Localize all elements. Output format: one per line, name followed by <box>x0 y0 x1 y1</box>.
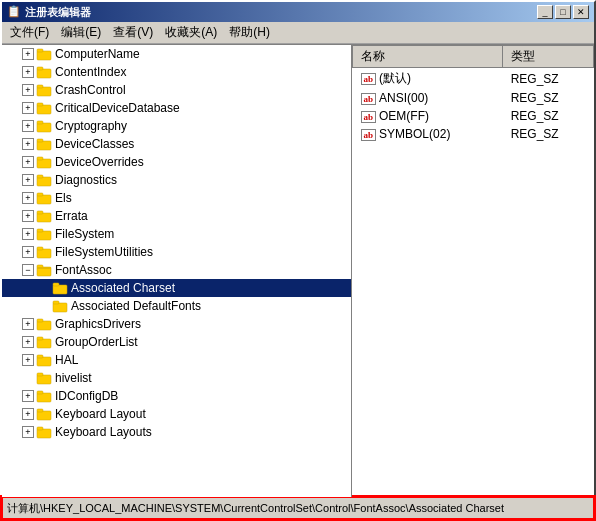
tree-item-label: ComputerName <box>55 47 140 61</box>
folder-closed-icon <box>36 101 52 115</box>
maximize-button[interactable]: □ <box>555 5 571 19</box>
svg-rect-11 <box>37 139 43 142</box>
svg-rect-0 <box>37 51 51 60</box>
col-name: 名称 <box>353 46 503 68</box>
svg-rect-12 <box>37 159 51 168</box>
folder-closed-icon <box>52 299 68 313</box>
svg-rect-31 <box>37 321 51 330</box>
svg-rect-9 <box>37 121 43 124</box>
svg-rect-14 <box>37 177 51 186</box>
registry-editor-window: 📋 注册表编辑器 _ □ ✕ 文件(F)编辑(E)查看(V)收藏夹(A)帮助(H… <box>0 0 596 521</box>
tree-item-fileSystemUtilities[interactable]: + FileSystemUtilities <box>2 243 351 261</box>
tree-item-fontAssoc[interactable]: − FontAssoc <box>2 261 351 279</box>
svg-rect-22 <box>37 249 51 258</box>
registry-table: 名称 类型 ab(默认)REG_SZabANSI(00)REG_SZabOEM(… <box>352 45 594 143</box>
close-button[interactable]: ✕ <box>573 5 589 19</box>
minimize-button[interactable]: _ <box>537 5 553 19</box>
tree-item-crashControl[interactable]: + CrashControl <box>2 81 351 99</box>
reg-entry-type: REG_SZ <box>503 89 594 107</box>
tree-item-computerName[interactable]: + ComputerName <box>2 45 351 63</box>
svg-rect-26 <box>37 267 51 269</box>
tree-item-label: IDConfigDB <box>55 389 118 403</box>
expand-button-computerName[interactable]: + <box>22 48 34 60</box>
expand-button-fileSystemUtilities[interactable]: + <box>22 246 34 258</box>
expand-button-fileSystem[interactable]: + <box>22 228 34 240</box>
svg-rect-2 <box>37 69 51 78</box>
tree-item-label: hivelist <box>55 371 92 385</box>
svg-rect-4 <box>37 87 51 96</box>
tree-item-label: DeviceClasses <box>55 137 134 151</box>
tree-item-contentIndex[interactable]: + ContentIndex <box>2 63 351 81</box>
expand-button-idConfigDB[interactable]: + <box>22 390 34 402</box>
tree-item-cryptography[interactable]: + Cryptography <box>2 117 351 135</box>
title-bar-buttons: _ □ ✕ <box>537 5 589 19</box>
tree-item-label: Keyboard Layout <box>55 407 146 421</box>
expand-button-keyboardLayouts[interactable]: + <box>22 426 34 438</box>
tree-item-associatedCharset[interactable]: Associated Charset <box>2 279 351 297</box>
folder-closed-icon <box>36 155 52 169</box>
table-row[interactable]: abOEM(FF)REG_SZ <box>353 107 594 125</box>
menu-item-f[interactable]: 文件(F) <box>4 22 55 43</box>
folder-closed-icon <box>36 191 52 205</box>
tree-item-graphicsDrivers[interactable]: + GraphicsDrivers <box>2 315 351 333</box>
tree-item-associatedDefaultFonts[interactable]: Associated DefaultFonts <box>2 297 351 315</box>
svg-rect-33 <box>37 339 51 348</box>
svg-rect-3 <box>37 67 43 70</box>
svg-rect-13 <box>37 157 43 160</box>
table-row[interactable]: abANSI(00)REG_SZ <box>353 89 594 107</box>
expand-button-keyboardLayout[interactable]: + <box>22 408 34 420</box>
folder-closed-icon <box>36 173 52 187</box>
menu-item-h[interactable]: 帮助(H) <box>223 22 276 43</box>
tree-item-label: GroupOrderList <box>55 335 138 349</box>
expand-button-contentIndex[interactable]: + <box>22 66 34 78</box>
tree-item-deviceClasses[interactable]: + DeviceClasses <box>2 135 351 153</box>
tree-item-hal[interactable]: + HAL <box>2 351 351 369</box>
tree-item-label: GraphicsDrivers <box>55 317 141 331</box>
svg-rect-30 <box>53 301 59 304</box>
reg-ab-icon: ab <box>361 93 377 105</box>
tree-item-idConfigDB[interactable]: + IDConfigDB <box>2 387 351 405</box>
expand-button-deviceOverrides[interactable]: + <box>22 156 34 168</box>
expand-button-diagnostics[interactable]: + <box>22 174 34 186</box>
table-row[interactable]: ab(默认)REG_SZ <box>353 68 594 90</box>
expand-button-els[interactable]: + <box>22 192 34 204</box>
menu-item-e[interactable]: 编辑(E) <box>55 22 107 43</box>
menu-item-a[interactable]: 收藏夹(A) <box>159 22 223 43</box>
tree-item-errata[interactable]: + Errata <box>2 207 351 225</box>
expand-button-crashControl[interactable]: + <box>22 84 34 96</box>
tree-item-label: Diagnostics <box>55 173 117 187</box>
svg-rect-18 <box>37 213 51 222</box>
tree-item-deviceOverrides[interactable]: + DeviceOverrides <box>2 153 351 171</box>
tree-item-fileSystem[interactable]: + FileSystem <box>2 225 351 243</box>
tree-item-label: FileSystem <box>55 227 114 241</box>
tree-item-keyboardLayouts[interactable]: + Keyboard Layouts <box>2 423 351 441</box>
expand-button-graphicsDrivers[interactable]: + <box>22 318 34 330</box>
svg-rect-16 <box>37 195 51 204</box>
expand-button-fontAssoc[interactable]: − <box>22 264 34 276</box>
expand-button-errata[interactable]: + <box>22 210 34 222</box>
reg-ab-icon: ab <box>361 129 377 141</box>
menu-bar: 文件(F)编辑(E)查看(V)收藏夹(A)帮助(H) <box>2 22 594 44</box>
menu-item-v[interactable]: 查看(V) <box>107 22 159 43</box>
expand-button-criticalDeviceDatabase[interactable]: + <box>22 102 34 114</box>
reg-entry-name: abOEM(FF) <box>353 107 503 125</box>
folder-closed-icon <box>36 227 52 241</box>
tree-panel[interactable]: + ComputerName+ ContentIndex+ CrashContr… <box>2 45 352 497</box>
table-row[interactable]: abSYMBOL(02)REG_SZ <box>353 125 594 143</box>
expand-button-hal[interactable]: + <box>22 354 34 366</box>
tree-item-label: FontAssoc <box>55 263 112 277</box>
col-type: 类型 <box>503 46 594 68</box>
expand-button-deviceClasses[interactable]: + <box>22 138 34 150</box>
svg-rect-7 <box>37 103 43 106</box>
folder-closed-icon <box>36 83 52 97</box>
svg-rect-21 <box>37 229 43 232</box>
tree-item-hivelist[interactable]: hivelist <box>2 369 351 387</box>
reg-ab-icon: ab <box>361 73 377 85</box>
expand-button-cryptography[interactable]: + <box>22 120 34 132</box>
tree-item-criticalDeviceDatabase[interactable]: + CriticalDeviceDatabase <box>2 99 351 117</box>
expand-button-groupOrderList[interactable]: + <box>22 336 34 348</box>
tree-item-groupOrderList[interactable]: + GroupOrderList <box>2 333 351 351</box>
tree-item-diagnostics[interactable]: + Diagnostics <box>2 171 351 189</box>
tree-item-keyboardLayout[interactable]: + Keyboard Layout <box>2 405 351 423</box>
tree-item-els[interactable]: + Els <box>2 189 351 207</box>
